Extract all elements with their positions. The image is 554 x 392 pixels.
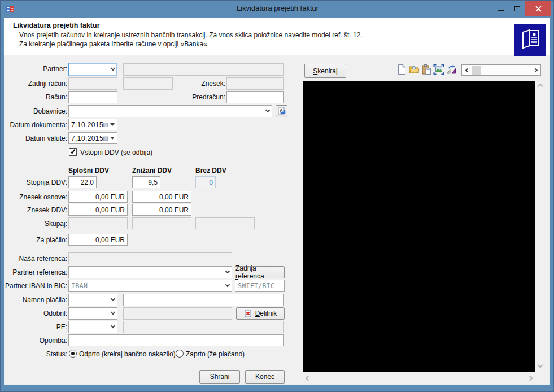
stopnja-znizani-input[interactable] xyxy=(132,176,160,188)
dialog-header: Likvidatura prejetih faktur Vnos prejeti… xyxy=(4,18,550,55)
partner-name-field xyxy=(123,63,284,76)
shrani-label: Shrani xyxy=(210,373,230,381)
header-description-line2: Za kreiranje plačilnega paketa izberite … xyxy=(19,40,209,48)
dobavnice-autofill-button[interactable]: A xyxy=(276,105,287,117)
new-document-icon[interactable] xyxy=(396,64,407,75)
radio-dot-icon xyxy=(71,352,75,355)
panel-separator xyxy=(295,59,295,364)
partner-combobox[interactable] xyxy=(68,63,117,76)
namen-placila-input[interactable] xyxy=(123,294,284,306)
datum-dokumenta-datepicker[interactable]: 7.10.2015 xyxy=(68,119,117,130)
fit-image-icon[interactable] xyxy=(433,64,444,75)
chevron-left-icon xyxy=(465,68,469,72)
predracun-input[interactable] xyxy=(226,91,284,103)
minimize-button[interactable] xyxy=(492,1,509,16)
app-window: Likvidatura prejetih faktur Likvidatura … xyxy=(0,0,554,392)
datum-dokumenta-label: Datum dokumenta: xyxy=(3,121,67,129)
maximize-button[interactable] xyxy=(509,1,525,16)
opomba-label: Opomba: xyxy=(3,337,67,345)
scrollbar-thumb[interactable] xyxy=(472,66,481,75)
nasa-referenca-label: Naša referenca: xyxy=(3,255,67,263)
dropdown-arrow-icon xyxy=(110,123,115,126)
za-placilo-input[interactable] xyxy=(68,234,128,246)
iban-combobox[interactable]: IBAN xyxy=(68,280,232,292)
datum-valute-datepicker[interactable]: 7.10.2015 xyxy=(68,132,117,144)
status-zaprto-radio[interactable] xyxy=(176,350,184,358)
chevron-right-icon xyxy=(533,68,537,72)
racun-input[interactable] xyxy=(68,91,117,103)
column-brez-ddv: Brez DDV xyxy=(195,167,226,175)
autofill-icon: A xyxy=(277,107,286,116)
pe-combobox[interactable] xyxy=(68,321,117,333)
zadnji-racun-field xyxy=(68,77,117,90)
znesek-osnove-label: Znesek osnove: xyxy=(3,193,67,201)
swift-bic-input[interactable] xyxy=(235,280,285,292)
form-footer-divider xyxy=(9,365,295,365)
nasa-referenca-field xyxy=(68,252,232,264)
open-image-icon[interactable] xyxy=(408,64,420,75)
dobavnice-combobox[interactable] xyxy=(68,105,272,117)
vstopni-ddv-checkbox[interactable] xyxy=(69,148,77,156)
status-odprto-label[interactable]: Odprto (kreiraj bančno nakazilo) xyxy=(79,350,176,358)
znesek-ddv-label: Znesek DDV: xyxy=(3,206,67,214)
shrani-button[interactable]: Shrani xyxy=(199,370,240,384)
window-title: Likvidatura prejetih faktur xyxy=(1,4,554,12)
status-odprto-radio[interactable] xyxy=(69,350,77,358)
paste-icon[interactable] xyxy=(421,64,432,75)
status-zaprto-label[interactable]: Zaprto (že plačano) xyxy=(186,350,245,358)
dialog-content: Likvidatura prejetih faktur Vnos prejeti… xyxy=(4,18,550,385)
odobril-name-field xyxy=(123,307,232,320)
osnova-znizani-input[interactable] xyxy=(132,191,191,203)
skupaj-znizani-field xyxy=(132,217,191,229)
preview-top-scrollbar[interactable] xyxy=(461,64,541,76)
delilnik-label: Delilnik xyxy=(255,310,277,317)
status-label: Status: xyxy=(3,350,67,358)
column-splosni-ddv: Splošni DDV xyxy=(68,167,109,175)
vstopni-ddv-label[interactable]: Vstopni DDV (se odbija) xyxy=(80,149,152,156)
konec-label: Konec xyxy=(255,373,274,381)
preview-scroll-right-arrow[interactable] xyxy=(527,376,533,381)
osnova-splosni-input[interactable] xyxy=(68,191,128,203)
datum-valute-label: Datum valute: xyxy=(3,134,67,142)
konec-button[interactable]: Konec xyxy=(245,370,285,384)
scroll-right-arrow[interactable] xyxy=(531,69,540,72)
preview-scroll-down-arrow[interactable] xyxy=(538,363,543,368)
close-icon xyxy=(535,6,542,12)
close-button[interactable] xyxy=(525,1,551,16)
rotate-icon[interactable] xyxy=(446,64,457,75)
zadnja-referenca-button[interactable]: Zadnja referenca xyxy=(235,266,285,278)
stopnja-brez-field xyxy=(195,176,216,188)
pe-name-field xyxy=(123,321,284,333)
preview-scroll-left-arrow[interactable] xyxy=(306,376,311,381)
skeniraj-button[interactable]: Skeniraj xyxy=(304,64,346,78)
scroll-left-arrow[interactable] xyxy=(462,69,471,72)
minimize-icon xyxy=(498,10,504,11)
delilnik-button[interactable]: Delilnik xyxy=(236,307,285,320)
titlebar: Likvidatura prejetih faktur xyxy=(1,1,554,18)
datum-valute-value: 7.10.2015 xyxy=(71,134,103,142)
zadnja-referenca-label: Zadnja referenca xyxy=(235,264,284,280)
opomba-input[interactable] xyxy=(68,334,284,346)
chevron-down-icon xyxy=(111,310,115,315)
checkmark-icon xyxy=(71,149,76,154)
racun-label: Račun: xyxy=(3,93,67,101)
skupaj-label: Skupaj: xyxy=(3,220,67,228)
document-delete-icon xyxy=(244,310,252,317)
chevron-down-icon xyxy=(111,66,115,71)
ddv-znizani-input[interactable] xyxy=(132,204,191,216)
skupaj-brez-field xyxy=(195,217,255,229)
predracun-label: Predračun: xyxy=(161,93,225,101)
calendar-icon xyxy=(103,135,108,142)
odobril-combobox[interactable] xyxy=(68,307,117,320)
ddv-splosni-input[interactable] xyxy=(68,204,128,216)
namen-placila-combobox[interactable] xyxy=(68,294,117,306)
znesek-field xyxy=(226,77,284,90)
preview-scroll-up-arrow[interactable] xyxy=(538,84,543,89)
dobavnice-label: Dobavnice: xyxy=(3,107,67,115)
dropdown-arrow-icon xyxy=(110,137,115,140)
partner-referenca-combobox[interactable] xyxy=(68,266,232,278)
iban-placeholder: IBAN xyxy=(71,282,226,290)
zadnji-racun-label: Zadnji račun: xyxy=(3,80,67,88)
stopnja-splosni-input[interactable] xyxy=(68,176,97,188)
chevron-down-icon xyxy=(225,269,230,273)
